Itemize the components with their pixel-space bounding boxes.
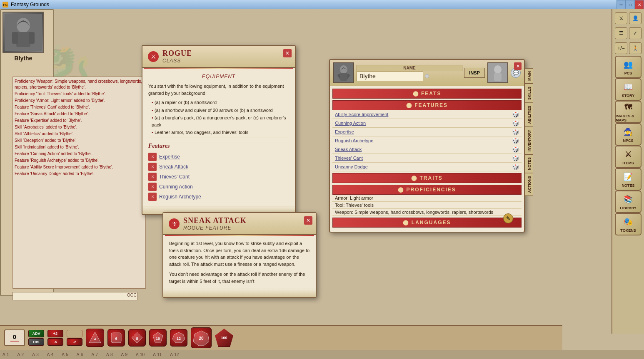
sidebar-btn-library[interactable]: 📚 Library <box>615 191 642 213</box>
features-header[interactable]: ⬤ FEATURES <box>332 100 522 110</box>
sidebar-btn-pcs[interactable]: 👥 PCs <box>615 56 642 78</box>
edit-button[interactable]: ✎ <box>503 213 513 223</box>
chat-message: Skill 'Deception' added to 'Blythe'. <box>15 138 144 144</box>
sidebar-btn-notes[interactable]: 📝 Notes <box>615 168 642 191</box>
titlebar-controls: ─ □ ✕ <box>617 0 644 9</box>
feature-name[interactable]: Roguish Archetype <box>159 193 201 201</box>
sheet-proficiencies-list: Armor: Light armorTool: Thieves' toolsWe… <box>332 195 522 216</box>
chat-input[interactable] <box>12 292 137 300</box>
equipment-section-title: Equipment <box>148 73 289 80</box>
sneak-icon: 🗡 <box>168 218 180 230</box>
minimize-button[interactable]: ─ <box>617 0 626 9</box>
dis-button[interactable]: DIS <box>28 338 44 346</box>
mod-group2: -2 <box>67 330 82 346</box>
d20-button[interactable]: 20 <box>191 327 212 348</box>
sheet-feature-name[interactable]: Ability Score Improvement <box>335 112 512 117</box>
grid-label-A-12: A-12 <box>170 352 179 357</box>
sheet-feature-row: Sneak Attack 🎲 <box>332 145 522 154</box>
sidebar-top-btn-6[interactable]: 🚶 <box>629 42 642 54</box>
sheet-feature-name[interactable]: Sneak Attack <box>335 147 512 152</box>
d100-button[interactable]: 100 <box>215 329 233 347</box>
d6-button[interactable]: 6 <box>107 329 125 347</box>
adv-button[interactable]: ADV <box>28 330 44 337</box>
tab-skills[interactable]: Skills <box>525 84 533 103</box>
feats-header[interactable]: ⬤ FEATS <box>332 89 522 99</box>
name-section: NAME <box>357 65 462 81</box>
traits-header[interactable]: ⬤ TRAITS <box>332 173 522 183</box>
sidebar-btn-npcs[interactable]: 🧙 NPCs <box>615 123 642 146</box>
sidebar-btn-tokens[interactable]: 🎭 ToKeNS <box>615 213 642 235</box>
tab-actions[interactable]: Actions <box>525 173 533 196</box>
sheet-feature-row: Thieves' Cant 🎲 <box>332 154 522 163</box>
sidebar-top-btn-5[interactable]: +/− <box>615 42 627 54</box>
sheet-close-button[interactable]: ✕ <box>514 62 522 70</box>
sheet-proficiency-name: Weapon: Simple weapons, hand crossbows, … <box>335 210 493 215</box>
mod-x-button[interactable] <box>67 330 82 337</box>
sheet-feature-name[interactable]: Uncanny Dodge <box>335 164 512 169</box>
tab-main[interactable]: Main <box>525 68 533 84</box>
equipment-list: (a) a rapier or (b) a shortsword(a) a sh… <box>148 99 289 136</box>
sheet-name-area: NAME INSP <box>357 65 485 81</box>
sheet-feature-dice: 🎲 <box>512 155 519 161</box>
sidebar-top-btn-1[interactable]: ⚔ <box>615 12 627 24</box>
d8-button[interactable]: 8 <box>128 329 146 347</box>
feature-name[interactable]: Sneak Attack <box>159 163 188 171</box>
proficiencies-header-icon: ⬤ <box>398 187 406 193</box>
d12-button[interactable]: 12 <box>170 329 187 347</box>
feature-name[interactable]: Expertise <box>159 153 180 161</box>
sheet-proficiency-row: Tool: Thieves' tools <box>332 202 522 209</box>
tab-inventory[interactable]: Inventory <box>525 127 533 154</box>
bottom-bar: A-1A-2A-3A-4A-5A-6A-7A-8A-9A-10A-11A-12 <box>0 350 644 359</box>
sidebar-btn-label: Notes <box>622 183 634 188</box>
svg-text:20: 20 <box>199 336 204 341</box>
dice-counter-line <box>10 341 19 342</box>
sidebar-btn-story[interactable]: 📖 Story <box>615 78 642 101</box>
edit-button-area: ✎ <box>503 213 513 223</box>
character-portrait[interactable] <box>2 12 44 53</box>
chat-message: Feature 'Expertise' added to 'Blythe'. <box>15 118 144 124</box>
sidebar-top-btn-4[interactable]: ✓ <box>629 27 642 39</box>
equipment-intro: You start with the following equipment, … <box>148 83 289 97</box>
plus2-button[interactable]: +2 <box>47 330 63 337</box>
grid-label-A-3: A-3 <box>32 352 39 357</box>
sidebar-top-row-2: ☰ ✓ <box>615 27 642 39</box>
character-name-input[interactable] <box>357 71 423 81</box>
d4-button[interactable]: 4 <box>86 329 104 347</box>
maximize-button[interactable]: □ <box>626 0 635 9</box>
grid-label-A-1: A-1 <box>2 352 9 357</box>
sidebar-btn-label: ToKeNS <box>620 228 636 233</box>
chat-log: Proficiency 'Weapon: Simple weapons, han… <box>12 77 146 289</box>
feature-name[interactable]: Thieves' Cant <box>159 173 190 181</box>
rogue-icon: ⚔ <box>147 51 159 62</box>
features-list: ⚔ Expertise⚔ Sneak Attack⚔ Thieves' Cant… <box>148 152 289 202</box>
tab-abilities[interactable]: Abilities <box>525 103 533 127</box>
sidebar-btn-items[interactable]: ⚔ Items <box>615 146 642 168</box>
rogue-popup-body: Equipment You start with the following e… <box>142 69 295 206</box>
sneak-subtitle: Rogue Feature <box>183 225 247 231</box>
dice-count-value: 0 <box>13 334 16 340</box>
equipment-item: Leather armor, two daggers, and thieves'… <box>152 129 289 136</box>
languages-header[interactable]: ⬤ LANGUAGES <box>332 218 522 228</box>
inspiration-button[interactable]: INSP <box>464 68 485 78</box>
svg-point-1 <box>17 18 30 33</box>
minus5-button[interactable]: -5 <box>47 338 63 346</box>
sheet-feature-name[interactable]: Thieves' Cant <box>335 156 512 161</box>
minus2-button[interactable]: -2 <box>67 338 82 346</box>
sidebar-btn-images-&-maps[interactable]: 🗺 Images & Maps <box>615 101 642 123</box>
sidebar-top-btn-3[interactable]: ☰ <box>615 27 627 39</box>
close-button[interactable]: ✕ <box>635 0 644 9</box>
sheet-feature-name[interactable]: Cunning Action <box>335 121 512 126</box>
proficiencies-header[interactable]: ⬤ PROFICIENCIES <box>332 185 522 195</box>
tab-notes[interactable]: Notes <box>525 154 533 173</box>
sheet-feature-name[interactable]: Expertise <box>335 129 512 134</box>
svg-point-13 <box>494 65 502 74</box>
sneak-popup-close[interactable]: ✕ <box>304 216 312 225</box>
feature-icon: ⚔ <box>148 173 157 181</box>
d10-button[interactable]: 10 <box>149 329 167 347</box>
titlebar: FG Fantasy Grounds ─ □ ✕ <box>0 0 644 9</box>
main-area: 🐉 Blythe Proficiency 'Weapon: Simple wea… <box>0 9 644 359</box>
feature-name[interactable]: Cunning Action <box>159 183 193 191</box>
sheet-feature-name[interactable]: Roguish Archetype <box>335 138 512 143</box>
sidebar-top-btn-2[interactable]: 👤 <box>629 12 642 24</box>
rogue-popup-close[interactable]: ✕ <box>283 49 292 57</box>
